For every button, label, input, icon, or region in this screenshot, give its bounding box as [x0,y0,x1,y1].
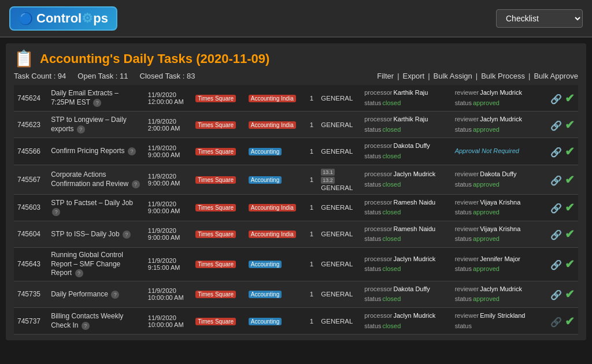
page-title: Accounting's Daily Tasks (2020-11-09) [40,51,269,66]
processor-info: processorKarthik Raju statusclosed [361,85,451,112]
dept-badge: Accounting [245,307,306,334]
approve-check-icon[interactable]: ✔ [565,145,575,158]
processor-info: processorDakota Duffy statusclosed [361,138,451,165]
header: 🔵 Control⚙ps Checklist Dashboard Reports [0,0,592,38]
approve-check-icon[interactable]: ✔ [565,118,575,131]
approve-check-icon[interactable]: ✔ [565,92,575,105]
task-id: 745735 [14,281,47,307]
link-icon[interactable]: 🔗 [550,260,562,270]
processor-info: processorKarthik Raju statusclosed [361,112,451,138]
link-icon[interactable]: 🔗 [550,94,562,104]
link-icon[interactable]: 🔗 [550,230,562,240]
task-actions: Filter | Export | Bulk Assign | Bulk Pro… [377,72,578,80]
task-date: 11/9/202010:00:00 AM [145,281,192,307]
dept-badge: Accounting [245,138,306,165]
task-name: STP to Longview – Daily exports ? [47,112,145,138]
processor-info: processorJaclyn Mudrick statusclosed [361,165,451,194]
filter-link[interactable]: Filter [377,72,394,80]
location-badge: Times Square [192,281,245,307]
page-date: (2020-11-09) [196,51,269,66]
link-icon[interactable]: 🔗 [550,176,562,185]
version-badge: 13.2 [321,177,335,184]
checklist-dropdown[interactable]: Checklist Dashboard Reports [496,9,583,28]
task-type: GENERAL [317,194,361,221]
approve-check-icon[interactable]: ✔ [565,228,575,240]
table-row: 745624 Daily Email Extracts – 7:25PM EST… [14,85,578,112]
location-badge: Times Square [192,112,245,138]
processor-info: processorRamesh Naidu statusclosed [361,194,451,221]
table-row: 745566 Confirm Pricing Reports ? 11/9/20… [14,138,578,165]
approve-check-icon[interactable]: ✔ [565,258,575,270]
location-badge: Times Square [192,194,245,221]
version-badge: 13.1 [321,169,335,176]
approval-status: Approval Not Required [452,138,542,165]
location-badge: Times Square [192,221,245,247]
task-id: 745603 [14,194,47,221]
help-icon[interactable]: ? [93,99,101,107]
header-right: Checklist Dashboard Reports [496,9,583,28]
task-id: 745604 [14,221,47,247]
bulk-process-link[interactable]: Bulk Process [481,72,525,80]
logo-icon: 🔵 [18,12,33,25]
link-icon[interactable]: 🔗 [550,203,562,213]
open-task-count: Open Task : 11 [77,72,128,80]
actions-cell: 🔗 ✔ [542,165,578,194]
help-icon[interactable]: ? [123,231,131,239]
table-row: 745603 STP to Factset – Daily Job ? 11/9… [14,194,578,221]
reviewer-info: reviewerJaclyn Mudrick statusapproved [452,281,542,307]
task-priority: 1 [306,247,318,281]
task-type: GENERAL [317,281,361,307]
dept-badge: Accounting India [245,221,306,247]
task-type: GENERAL [317,307,361,334]
reviewer-info: reviewerDakota Duffy statusapproved [452,165,542,194]
task-date: 11/9/20202:00:00 AM [145,112,192,138]
help-icon[interactable]: ? [75,269,83,277]
help-icon[interactable]: ? [128,147,136,155]
approve-check-icon[interactable]: ✔ [565,201,575,214]
bulk-approve-link[interactable]: Bulk Approve [534,72,578,80]
reviewer-info: reviewerVijaya Krishna statusapproved [452,194,542,221]
logo-text: Control⚙ps [36,11,108,26]
closed-task-count: Closed Task : 83 [140,72,195,80]
task-id: 745624 [14,85,47,112]
task-name: Billing Contacts Weekly Check In ? [47,307,145,334]
task-name: STP to ISS– Daily Job ? [47,221,145,247]
main-content: 📋 Accounting's Daily Tasks (2020-11-09) … [6,43,586,340]
link-icon[interactable]: 🔗 [550,121,562,131]
task-id: 745643 [14,247,47,281]
task-priority: 1 [306,194,318,221]
dept-badge: Accounting India [245,85,306,112]
help-icon[interactable]: ? [77,125,85,133]
task-date: 11/9/20209:15:00 AM [145,247,192,281]
table-row: 745623 STP to Longview – Daily exports ?… [14,112,578,138]
task-date: 11/9/20209:00:00 AM [145,138,192,165]
task-priority: 1 [306,281,318,307]
task-date: 11/9/20209:00:00 AM [145,221,192,247]
task-name: Corporate Actions Confirmation and Revie… [47,165,145,194]
task-priority: 1 [306,112,318,138]
task-name: STP to Factset – Daily Job ? [47,194,145,221]
table-row: 745735 Daily Performance ? 11/9/202010:0… [14,281,578,307]
actions-cell: 🔗 ✔ [542,112,578,138]
task-priority: 1 [306,85,318,112]
task-type: GENERAL [317,247,361,281]
location-badge: Times Square [192,307,245,334]
link-icon[interactable]: 🔗 [550,147,562,157]
reviewer-info: reviewerEmily Strickland status [452,307,542,334]
approve-check-icon[interactable]: ✔ [565,315,575,328]
link-icon[interactable]: 🔗 [550,317,562,327]
reviewer-info: reviewerJaclyn Mudrick statusapproved [452,85,542,112]
bulk-assign-link[interactable]: Bulk Assign [434,72,472,80]
link-icon[interactable]: 🔗 [550,290,562,300]
help-icon[interactable]: ? [132,180,140,188]
help-icon[interactable]: ? [82,322,90,330]
approve-check-icon[interactable]: ✔ [565,288,575,300]
approve-check-icon[interactable]: ✔ [565,173,575,186]
export-link[interactable]: Export [403,72,425,80]
help-icon[interactable]: ? [52,208,60,216]
task-type: GENERAL [317,112,361,138]
page-title-row: 📋 Accounting's Daily Tasks (2020-11-09) [14,49,578,68]
actions-cell: 🔗 ✔ [542,138,578,165]
help-icon[interactable]: ? [111,291,119,299]
table-row: 745604 STP to ISS– Daily Job ? 11/9/2020… [14,221,578,247]
